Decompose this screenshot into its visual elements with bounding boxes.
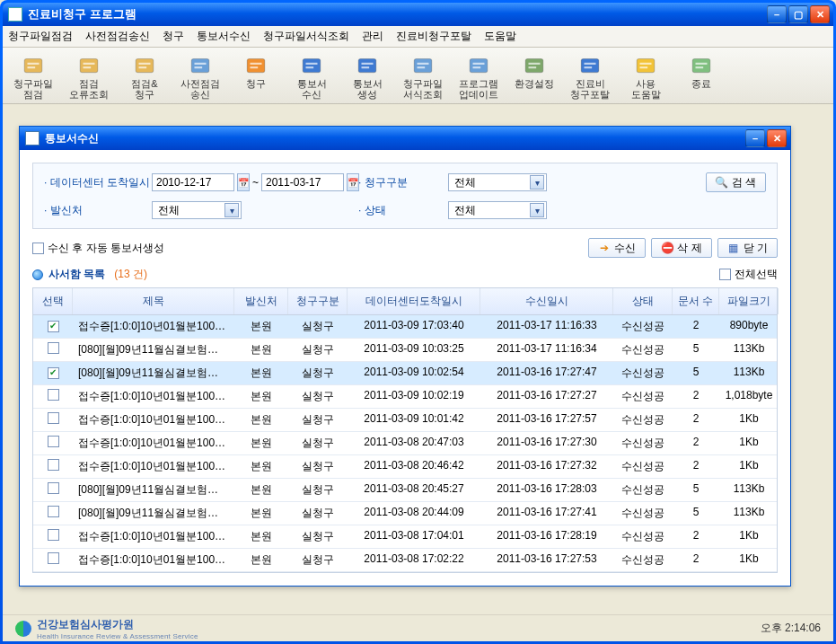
table-row[interactable]: [080][월]09년11월심결보험…본원실청구2011-03-09 10:02…: [33, 362, 777, 385]
row-arrival: 2011-03-09 17:03:40: [348, 315, 480, 338]
arrow-right-icon: [242, 53, 269, 78]
column-header[interactable]: 데이터센터도착일시: [348, 288, 480, 314]
close-button[interactable]: ✕: [810, 5, 830, 23]
tool-error-view[interactable]: 점검 오류조회: [64, 51, 114, 101]
menu-item[interactable]: 청구파일점검: [8, 29, 73, 44]
row-checkbox[interactable]: [48, 506, 59, 517]
table-row[interactable]: 접수증[1:0:0]10년01월분1001…본원실청구2011-03-08 17…: [33, 549, 777, 572]
tool-update[interactable]: 프로그램 업데이트: [453, 51, 504, 101]
table-row[interactable]: 접수증[1:0:0]10년01월분1001…본원실청구2011-03-09 10…: [33, 409, 777, 432]
row-status: 수신성공: [613, 455, 673, 478]
column-header[interactable]: 청구구분: [288, 288, 348, 314]
menu-item[interactable]: 통보서수신: [197, 29, 251, 44]
row-checkbox[interactable]: [48, 436, 59, 447]
menu-item[interactable]: 청구파일서식조회: [263, 29, 349, 44]
tool-format[interactable]: 청구파일 서식조회: [398, 51, 448, 101]
table-row[interactable]: 접수증[1:0:0]10년01월분1001…본원실청구2011-03-08 17…: [33, 525, 777, 549]
help-icon: [632, 53, 659, 78]
date-from-input[interactable]: [152, 173, 234, 191]
row-status: 수신성공: [613, 315, 673, 338]
tool-precheck-send[interactable]: 사전점검 송신: [175, 51, 225, 101]
calendar-from-button[interactable]: 📅: [237, 173, 250, 191]
menu-item[interactable]: 관리: [362, 29, 383, 44]
menu-item[interactable]: 청구: [163, 29, 184, 44]
date-to-input[interactable]: [261, 173, 344, 191]
row-checkbox[interactable]: [48, 412, 59, 424]
menu-item[interactable]: 사전점검송신: [85, 29, 150, 44]
svg-rect-37: [696, 63, 708, 65]
column-header[interactable]: 발신처: [234, 288, 288, 314]
delete-button[interactable]: ⛔ 삭 제: [651, 238, 711, 258]
status-combo[interactable]: 전체 ▾: [448, 201, 547, 219]
row-claim: 실청구: [288, 362, 348, 384]
notice-minimize-button[interactable]: –: [745, 129, 765, 147]
select-all-checkbox[interactable]: [719, 269, 731, 280]
row-checkbox-cell: [33, 339, 73, 361]
row-size: 1,018byte: [719, 385, 777, 408]
row-status: 수신성공: [613, 362, 673, 384]
menu-bar: 청구파일점검사전점검송신청구통보서수신청구파일서식조회관리진료비청구포탈도움말: [3, 26, 833, 48]
tool-exit[interactable]: 종료: [676, 51, 726, 101]
row-sender: 본원: [234, 339, 288, 361]
table-row[interactable]: [080][월]09년11월심결보험…본원실청구2011-03-09 10:03…: [33, 339, 777, 362]
sender-combo[interactable]: 전체 ▾: [152, 201, 242, 219]
row-checkbox[interactable]: [48, 482, 59, 494]
row-claim: 실청구: [288, 385, 348, 408]
menu-item[interactable]: 도움말: [484, 29, 516, 44]
row-docs: 5: [673, 502, 719, 525]
row-checkbox[interactable]: [48, 342, 59, 354]
gears-icon: [521, 53, 548, 78]
tool-bar: 청구파일 점검점검 오류조회점검& 청구사전점검 송신청구통보서 수신통보서 생…: [3, 48, 833, 104]
table-row[interactable]: [080][월]09년11월심결보험…본원실청구2011-03-08 20:44…: [33, 502, 777, 525]
tool-label: 진료비 청구포탈: [570, 78, 610, 100]
sender-label: 발신처: [44, 203, 152, 218]
minimize-button[interactable]: –: [767, 5, 787, 23]
menu-item[interactable]: 진료비청구포탈: [396, 29, 471, 44]
claim-type-combo[interactable]: 전체 ▾: [448, 173, 547, 191]
row-checkbox[interactable]: [48, 459, 59, 471]
table-row[interactable]: 접수증[1:0:0]10년01월분1001…본원실청구2011-03-08 20…: [33, 455, 777, 479]
notice-close-icon-button[interactable]: ✕: [767, 129, 787, 147]
tool-help[interactable]: 사용 도움말: [620, 51, 671, 101]
table-row[interactable]: 접수증[1:0:0]10년01월분1001…본원실청구2011-03-08 20…: [33, 432, 777, 455]
tool-portal[interactable]: 진료비 청구포탈: [565, 51, 615, 101]
row-sender: 본원: [234, 315, 288, 338]
column-header[interactable]: 문서 수: [673, 288, 719, 314]
row-checkbox[interactable]: [48, 529, 59, 541]
row-checkbox[interactable]: [48, 321, 59, 332]
receive-button-label: 수신: [614, 241, 636, 256]
column-header[interactable]: 상태: [613, 288, 673, 314]
table-row[interactable]: 접수증[1:0:0]10년01월분1001…본원실청구2011-03-09 10…: [33, 385, 777, 409]
grid-body[interactable]: 접수증[1:0:0]10년01월분1001…본원실청구2011-03-09 17…: [33, 315, 777, 572]
tool-settings[interactable]: 환경설정: [509, 51, 559, 101]
tool-label: 점검& 청구: [131, 78, 157, 100]
column-header[interactable]: 수신일시: [480, 288, 613, 314]
tool-check-claim[interactable]: 점검& 청구: [119, 51, 170, 101]
row-checkbox[interactable]: [48, 552, 59, 564]
svg-rect-25: [473, 63, 485, 65]
close-button-inner[interactable]: ▦ 닫 기: [717, 238, 778, 258]
org-logo: 건강보험심사평가원 Health Insurance Review & Asse…: [15, 617, 198, 640]
tool-file-check[interactable]: 청구파일 점검: [8, 51, 58, 101]
row-title: 접수증[1:0:0]10년01월분1001…: [73, 432, 234, 454]
tool-notice-gen[interactable]: 통보서 생성: [342, 51, 392, 101]
table-row[interactable]: 접수증[1:0:0]10년01월분1001…본원실청구2011-03-09 17…: [33, 315, 777, 339]
row-claim: 실청구: [288, 455, 348, 478]
row-sender: 본원: [234, 502, 288, 525]
calendar-to-button[interactable]: 📅: [347, 173, 359, 191]
search-button[interactable]: 🔍 검 색: [706, 172, 766, 192]
column-header[interactable]: 제목: [73, 288, 234, 314]
maximize-button[interactable]: ▢: [788, 5, 808, 23]
column-header[interactable]: 선택: [33, 288, 73, 314]
tool-claim[interactable]: 청구: [231, 51, 281, 101]
svg-rect-17: [306, 66, 314, 68]
auto-gen-checkbox[interactable]: [32, 243, 44, 254]
close-icon: ▦: [727, 242, 740, 254]
receive-button[interactable]: ➔ 수신: [588, 238, 646, 258]
row-checkbox[interactable]: [48, 389, 59, 401]
column-header[interactable]: 파일크기: [719, 288, 779, 314]
table-row[interactable]: [080][월]09년11월심결보험…본원실청구2011-03-08 20:45…: [33, 479, 777, 502]
row-size: 113Kb: [719, 339, 777, 361]
tool-notice-recv[interactable]: 통보서 수신: [286, 51, 337, 101]
row-checkbox[interactable]: [48, 367, 59, 379]
